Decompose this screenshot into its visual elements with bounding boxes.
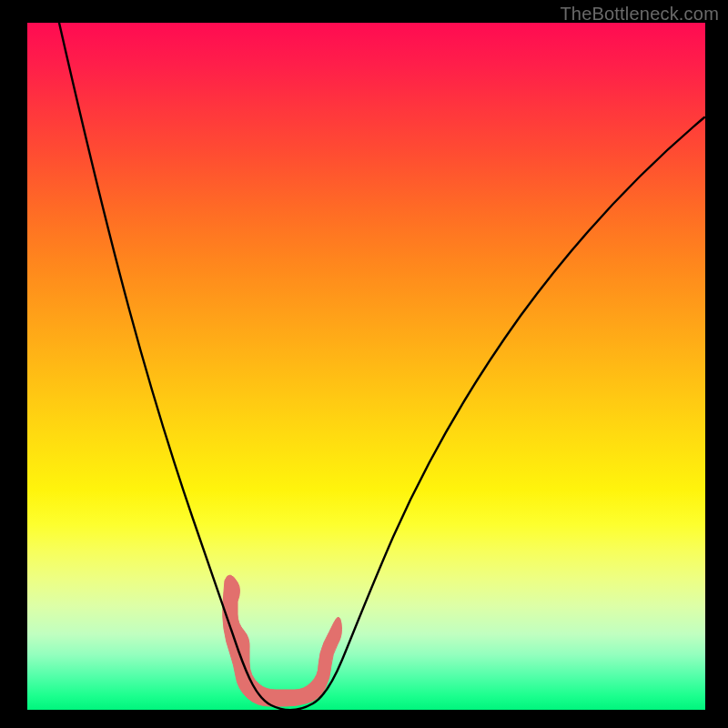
- watermark-text: TheBottleneck.com: [560, 4, 719, 25]
- outer-frame: TheBottleneck.com: [0, 0, 728, 728]
- marker-blob: [223, 575, 342, 706]
- curve-layer: [27, 23, 705, 710]
- bottleneck-curve: [59, 23, 704, 710]
- plot-area: [27, 23, 705, 710]
